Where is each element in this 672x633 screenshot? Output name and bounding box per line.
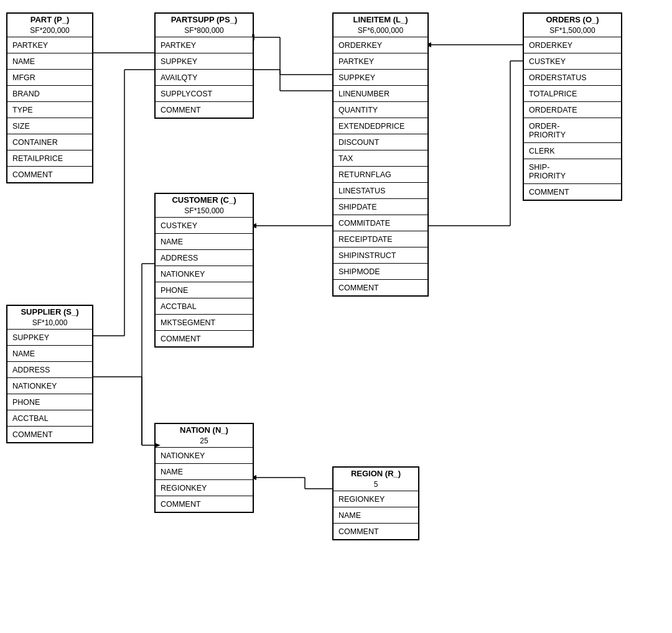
- field-lineitem-suppkey: SUPPKEY: [334, 69, 427, 85]
- field-part-partkey: PARTKEY: [7, 37, 92, 53]
- table-region-title: REGION (R_): [334, 468, 418, 479]
- table-customer-subtitle: SF*150,000: [156, 206, 253, 216]
- field-supplier-nationkey: NATIONKEY: [7, 377, 92, 394]
- table-partsupp-title: PARTSUPP (PS_): [156, 14, 253, 25]
- field-customer-comment: COMMENT: [156, 330, 253, 346]
- field-part-size: SIZE: [7, 118, 92, 134]
- field-lineitem-quantity: QUANTITY: [334, 101, 427, 118]
- field-region-comment: COMMENT: [334, 523, 418, 539]
- field-part-retailprice: RETAILPRICE: [7, 150, 92, 166]
- field-lineitem-discount: DISCOUNT: [334, 134, 427, 150]
- table-partsupp-subtitle: SF*800,000: [156, 25, 253, 35]
- field-customer-custkey: CUSTKEY: [156, 217, 253, 233]
- field-orders-orderstatus: ORDERSTATUS: [524, 69, 621, 85]
- field-part-comment: COMMENT: [7, 166, 92, 182]
- table-orders-subtitle: SF*1,500,000: [524, 25, 621, 35]
- field-lineitem-linestatus: LINESTATUS: [334, 182, 427, 198]
- table-lineitem-title: LINEITEM (L_): [334, 14, 427, 25]
- field-customer-nationkey: NATIONKEY: [156, 266, 253, 282]
- field-lineitem-comment: COMMENT: [334, 279, 427, 295]
- table-orders-title: ORDERS (O_): [524, 14, 621, 25]
- field-supplier-acctbal: ACCTBAL: [7, 410, 92, 426]
- field-customer-phone: PHONE: [156, 282, 253, 298]
- field-region-regionkey: REGIONKEY: [334, 491, 418, 507]
- field-partsupp-suppkey: SUPPKEY: [156, 53, 253, 69]
- field-orders-comment: COMMENT: [524, 183, 621, 200]
- field-lineitem-receiptdate: RECEIPTDATE: [334, 231, 427, 247]
- field-customer-acctbal: ACCTBAL: [156, 298, 253, 314]
- field-lineitem-shipmode: SHIPMODE: [334, 263, 427, 279]
- table-part: PART (P_) SF*200,000 PARTKEY NAME MFGR B…: [6, 12, 93, 183]
- field-nation-name: NAME: [156, 463, 253, 479]
- field-orders-clerk: CLERK: [524, 142, 621, 159]
- table-lineitem-subtitle: SF*6,000,000: [334, 25, 427, 35]
- table-customer-title: CUSTOMER (C_): [156, 194, 253, 206]
- table-nation: NATION (N_) 25 NATIONKEY NAME REGIONKEY …: [154, 423, 254, 513]
- field-supplier-name: NAME: [7, 345, 92, 361]
- field-supplier-address: ADDRESS: [7, 361, 92, 377]
- table-nation-subtitle: 25: [156, 436, 253, 446]
- field-supplier-suppkey: SUPPKEY: [7, 329, 92, 345]
- field-nation-regionkey: REGIONKEY: [156, 479, 253, 496]
- field-orders-orderpriority: ORDER-PRIORITY: [524, 118, 621, 142]
- table-nation-title: NATION (N_): [156, 424, 253, 436]
- field-nation-nationkey: NATIONKEY: [156, 447, 253, 463]
- field-part-mfgr: MFGR: [7, 69, 92, 85]
- table-lineitem: LINEITEM (L_) SF*6,000,000 ORDERKEY PART…: [332, 12, 429, 297]
- field-part-type: TYPE: [7, 101, 92, 118]
- table-part-title: PART (P_): [7, 14, 92, 25]
- table-supplier-title: SUPPLIER (S_): [7, 306, 92, 318]
- field-part-name: NAME: [7, 53, 92, 69]
- table-orders: ORDERS (O_) SF*1,500,000 ORDERKEY CUSTKE…: [523, 12, 622, 201]
- field-nation-comment: COMMENT: [156, 496, 253, 512]
- field-orders-custkey: CUSTKEY: [524, 53, 621, 69]
- table-supplier: SUPPLIER (S_) SF*10,000 SUPPKEY NAME ADD…: [6, 305, 93, 443]
- field-lineitem-commitdate: COMMITDATE: [334, 215, 427, 231]
- field-lineitem-shipdate: SHIPDATE: [334, 198, 427, 215]
- field-customer-mktsegment: MKTSEGMENT: [156, 314, 253, 330]
- field-partsupp-partkey: PARTKEY: [156, 37, 253, 53]
- field-lineitem-tax: TAX: [334, 150, 427, 166]
- table-region-subtitle: 5: [334, 479, 418, 489]
- field-supplier-comment: COMMENT: [7, 426, 92, 442]
- field-orders-shippriority: SHIP-PRIORITY: [524, 159, 621, 183]
- table-customer: CUSTOMER (C_) SF*150,000 CUSTKEY NAME AD…: [154, 193, 254, 348]
- field-partsupp-supplycost: SUPPLYCOST: [156, 85, 253, 101]
- table-partsupp: PARTSUPP (PS_) SF*800,000 PARTKEY SUPPKE…: [154, 12, 254, 119]
- field-customer-address: ADDRESS: [156, 249, 253, 266]
- table-supplier-subtitle: SF*10,000: [7, 318, 92, 328]
- field-lineitem-orderkey: ORDERKEY: [334, 37, 427, 53]
- field-supplier-phone: PHONE: [7, 394, 92, 410]
- field-lineitem-linenumber: LINENUMBER: [334, 85, 427, 101]
- table-region: REGION (R_) 5 REGIONKEY NAME COMMENT: [332, 466, 419, 540]
- field-orders-orderkey: ORDERKEY: [524, 37, 621, 53]
- field-lineitem-extendedprice: EXTENDEDPRICE: [334, 118, 427, 134]
- field-orders-totalprice: TOTALPRICE: [524, 85, 621, 101]
- table-part-subtitle: SF*200,000: [7, 25, 92, 35]
- field-lineitem-shipinstruct: SHIPINSTRUCT: [334, 247, 427, 263]
- field-partsupp-availqty: AVAILQTY: [156, 69, 253, 85]
- field-partsupp-comment: COMMENT: [156, 101, 253, 118]
- field-part-brand: BRAND: [7, 85, 92, 101]
- field-region-name: NAME: [334, 507, 418, 523]
- field-lineitem-returnflag: RETURNFLAG: [334, 166, 427, 182]
- field-customer-name: NAME: [156, 233, 253, 249]
- field-lineitem-partkey: PARTKEY: [334, 53, 427, 69]
- er-diagram: PART (P_) SF*200,000 PARTKEY NAME MFGR B…: [0, 0, 672, 633]
- field-orders-orderdate: ORDERDATE: [524, 101, 621, 118]
- field-part-container: CONTAINER: [7, 134, 92, 150]
